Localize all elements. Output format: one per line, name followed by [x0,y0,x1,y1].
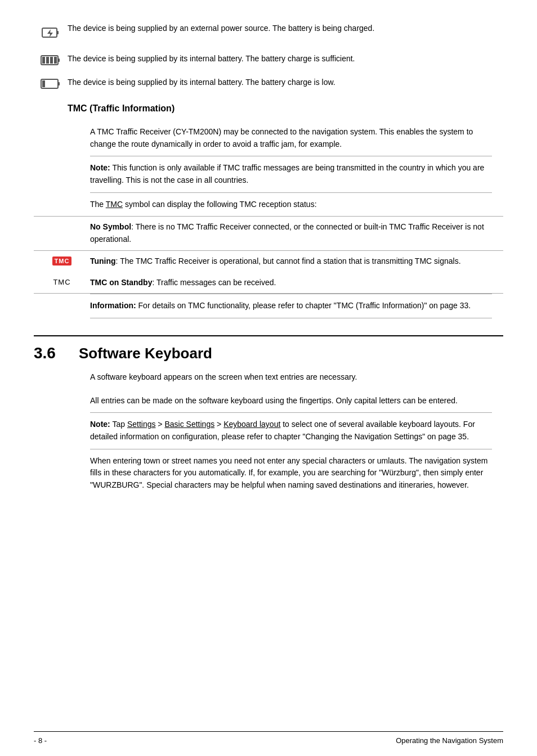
battery-full-icon [34,54,68,66]
section-para-4: When entering town or street names you n… [90,449,492,497]
tmc-row-tuning: TMC Tuning: The TMC Traffic Receiver is … [34,250,503,272]
svg-rect-4 [58,58,60,62]
tmc-para-3-text: The TMC symbol can display the following… [90,200,317,209]
section-body: A software keyboard appears on the scree… [90,371,492,497]
footer: - 8 - Operating the Navigation System [34,731,503,745]
tmc-tuning-icon: TMC [34,255,90,266]
section-para-1-text: A software keyboard appears on the scree… [90,372,357,381]
battery-full-text: The device is being supplied by its inte… [68,53,503,65]
battery-row-low: The device is being supplied by its inte… [34,76,503,90]
tmc-standby-icon: TMC [34,277,90,286]
section-para-1: A software keyboard appears on the scree… [90,371,492,389]
tmc-para-3: The TMC symbol can display the following… [90,192,492,217]
section-para-3-text: Tap Settings > Basic Settings > Keyboard… [90,420,475,441]
page: The device is being supplied by an exter… [0,0,537,756]
tmc-info-bold: Information: [90,301,136,310]
tmc-para-2-text: This function is only available if TMC t… [90,163,484,184]
svg-rect-8 [54,57,57,64]
tmc-para-1: A TMC Traffic Receiver (CY-TM200N) may b… [90,120,492,156]
tmc-row-standby: TMC TMC on Standby: Traffic messages can… [34,272,503,294]
svg-rect-11 [42,80,45,87]
section-para-2-text: All entries can be made on the software … [90,396,458,405]
tmc-para-2-bold: Note: [90,163,110,172]
tmc-section: TMC (Traffic Information) A TMC Traffic … [34,104,503,318]
tmc-tuning-text: Tuning: The TMC Traffic Receiver is oper… [90,255,492,268]
battery-low-text: The device is being supplied by its inte… [68,76,503,88]
svg-rect-6 [46,57,49,64]
tmc-row-nosymbol: No Symbol: There is no TMC Traffic Recei… [34,216,503,250]
tmc-info-para: Information: For details on TMC function… [90,294,492,318]
svg-rect-10 [58,82,60,86]
battery-low-icon [34,78,68,90]
section-para-4-text: When entering town or street names you n… [90,456,487,489]
section-para-3-bold: Note: [90,420,110,429]
tmc-standby-text: TMC on Standby: Traffic messages can be … [90,277,492,289]
section-title: Software Keyboard [79,345,212,362]
section-para-3: Note: Tap Settings > Basic Settings > Ke… [90,412,492,448]
section-para-2: All entries can be made on the software … [90,389,492,413]
svg-rect-1 [57,31,59,34]
svg-rect-5 [42,57,45,64]
section-36: 3.6 Software Keyboard A software keyboar… [34,335,503,497]
tmc-nosymbol-text: No Symbol: There is no TMC Traffic Recei… [90,221,492,245]
tmc-para-1-text: A TMC Traffic Receiver (CY-TM200N) may b… [90,127,473,148]
charging-icon [34,24,68,43]
battery-charging-text: The device is being supplied by an exter… [68,22,503,34]
footer-chapter-title: Operating the Navigation System [396,736,503,745]
footer-page-number: - 8 - [34,736,47,745]
tmc-para-2: Note: This function is only available if… [90,156,492,192]
svg-rect-7 [50,57,53,64]
tmc-nosymbol-icon [34,221,90,222]
section-36-header: 3.6 Software Keyboard [34,335,503,362]
battery-row-charging: The device is being supplied by an exter… [34,22,503,43]
tmc-info-text: For details on TMC functionality, please… [138,301,471,310]
svg-marker-2 [47,29,53,37]
tmc-heading: TMC (Traffic Information) [68,104,503,114]
section-number: 3.6 [34,344,79,362]
battery-row-full: The device is being supplied by its inte… [34,53,503,66]
battery-section: The device is being supplied by an exter… [34,22,503,90]
